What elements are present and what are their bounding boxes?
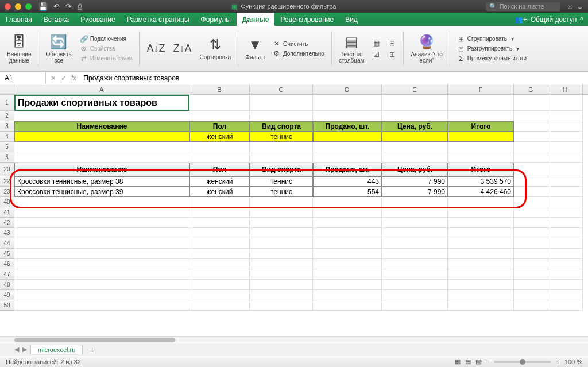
properties-icon: ⚙ [80,45,88,53]
undo-icon[interactable]: ↶ [53,2,60,11]
ribbon-tabs: Главная Вставка Рисование Разметка стран… [0,13,588,26]
col-header[interactable]: G [514,84,548,94]
whatif-icon: 🔮 [418,34,435,50]
spreadsheet-grid[interactable]: A B C D E F G H 1 2 3 4 5 6 20 22 23 40 … [0,84,588,343]
row-header[interactable]: 41 [0,207,14,218]
data-tool-4[interactable]: ⊞ [388,51,396,59]
status-message: Найдено записей: 2 из 32 [6,358,81,365]
tab-page-layout[interactable]: Разметка страницы [121,13,195,26]
row-header[interactable]: 23 [0,187,14,197]
collapse-ribbon-icon[interactable]: ^ [580,16,583,24]
data-tool-1[interactable]: ▦ [372,39,380,47]
redo-icon[interactable]: ↷ [65,2,72,11]
clear-filter-button[interactable]: ✕Очистить [273,40,308,48]
help-icon[interactable]: ☺ [566,2,574,11]
view-break-icon[interactable]: ▧ [475,358,481,365]
col-header[interactable]: B [189,84,250,94]
tab-formulas[interactable]: Формулы [195,13,237,26]
cell-title[interactable]: Продажи спортивных товаров [14,95,189,111]
subtotal-button[interactable]: ΣПромежуточные итоги [457,55,527,63]
window-title: ▣ Функция расширенного фильтра [82,3,486,10]
save-icon[interactable]: 💾 [38,2,48,11]
scrollbar-thumb[interactable] [14,338,175,342]
name-box[interactable]: A1 [0,72,46,84]
zoom-level[interactable]: 100 % [564,358,582,365]
col-header[interactable]: C [250,84,313,94]
ungroup-button[interactable]: ⊟Разгруппировать▾ [457,45,519,53]
tab-view[interactable]: Вид [339,13,363,26]
sort-az-button[interactable]: A↓Z [144,29,167,69]
advanced-filter-button[interactable]: ⚙Дополнительно [273,49,324,57]
tab-draw[interactable]: Рисование [75,13,121,26]
tab-home[interactable]: Главная [0,13,38,26]
accept-formula-icon[interactable]: ✓ [61,74,67,82]
filter-button[interactable]: ▼ Фильтр [243,29,267,69]
horizontal-scrollbar[interactable] [0,336,588,343]
row-header[interactable]: 42 [0,218,14,228]
fx-icon[interactable]: fx [71,74,76,82]
cell: 4 426 460 [448,187,514,197]
col-header[interactable]: A [14,84,189,94]
row-header[interactable]: 50 [0,300,14,311]
row-header[interactable]: 22 [0,176,14,187]
row-header[interactable]: 48 [0,280,14,290]
cell-area[interactable]: Продажи спортивных товаров Наименование … [14,95,588,311]
zoom-out-button[interactable]: − [486,358,489,365]
cell: 7 990 [382,176,448,187]
external-data-button[interactable]: 🗄 Внешние данные [5,29,33,69]
row-header[interactable]: 43 [0,228,14,238]
col-header[interactable]: D [313,84,382,94]
view-layout-icon[interactable]: ▤ [465,358,471,365]
select-all-corner[interactable] [0,84,14,94]
row-header[interactable]: 6 [0,152,14,163]
row-header[interactable]: 44 [0,238,14,249]
col-header[interactable]: H [548,84,583,94]
whatif-button[interactable]: 🔮 Анализ "что если" [408,29,444,69]
zoom-slider[interactable] [494,361,551,363]
row-header[interactable]: 49 [0,290,14,300]
tab-insert[interactable]: Вставка [38,13,75,26]
tab-data[interactable]: Данные [237,13,275,26]
sort-button[interactable]: ⇅ Сортировка [197,29,233,69]
row-header[interactable]: 20 [0,163,14,176]
text-to-columns-button[interactable]: ▤ Текст по столбцам [336,29,367,69]
zoom-in-button[interactable]: + [556,358,559,365]
properties-button[interactable]: ⚙Свойства [80,45,115,53]
row-header[interactable]: 5 [0,142,14,152]
row-header[interactable]: 2 [0,111,14,121]
row-header[interactable]: 47 [0,269,14,280]
sheet-nav-first-icon[interactable]: ◀ [14,346,19,353]
cancel-formula-icon[interactable]: ✕ [51,74,56,82]
add-sheet-button[interactable]: + [86,345,98,354]
print-icon[interactable]: ⎙ [78,2,82,11]
refresh-icon: 🔄 [50,34,67,50]
row-header[interactable]: 4 [0,132,14,142]
connections-button[interactable]: 🔗Подключения [80,35,126,43]
search-input[interactable]: 🔍 Поиск на листе [486,2,560,11]
share-button[interactable]: Общий доступ [531,16,577,24]
refresh-button[interactable]: 🔄 Обновить все [43,29,74,69]
group-button[interactable]: ⊞Сгруппировать▾ [457,35,514,43]
sort-za-button[interactable]: Z↓A [171,29,194,69]
maximize-button[interactable] [25,3,32,10]
minimize-button[interactable] [15,3,21,10]
row-header[interactable]: 1 [0,95,14,111]
row-header[interactable]: 46 [0,259,14,269]
chevron-down-icon[interactable]: ⌄ [577,2,583,11]
data-tool-3[interactable]: ⊟ [388,39,396,47]
col-header[interactable]: F [448,84,514,94]
edit-links-button[interactable]: ⇄Изменить связи [80,55,133,63]
view-normal-icon[interactable]: ▦ [455,358,461,365]
close-button[interactable] [5,3,11,10]
formula-input[interactable]: Продажи спортивных товаров [81,74,179,82]
sheet-nav-last-icon[interactable]: ▶ [22,346,27,353]
row-header[interactable]: 40 [0,197,14,207]
row-header[interactable]: 45 [0,249,14,259]
tab-review[interactable]: Рецензирование [274,13,339,26]
cell: теннис [250,187,313,197]
data-tool-2[interactable]: ☑ [372,51,380,59]
cell: 7 990 [382,187,448,197]
row-header[interactable]: 3 [0,121,14,132]
col-header[interactable]: E [382,84,448,94]
sheet-tab[interactable]: microexcel.ru [30,345,83,354]
